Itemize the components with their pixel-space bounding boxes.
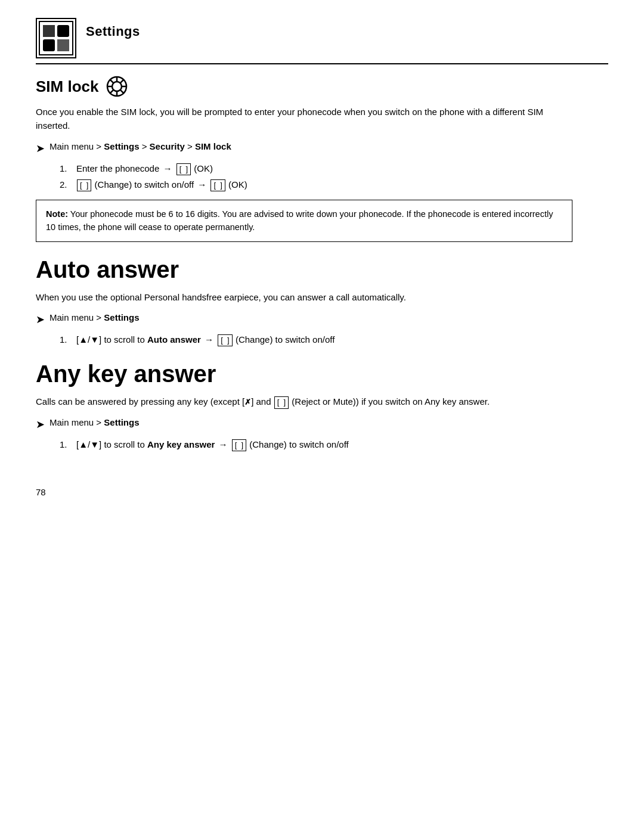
svg-line-12: [120, 90, 124, 94]
svg-line-11: [110, 79, 114, 83]
auto-answer-description: When you use the optional Personal hands…: [36, 290, 572, 304]
auto-answer-steps: 1. [▲/▼] to scroll to Auto answer → [ ] …: [60, 333, 608, 346]
settings-icon: [36, 18, 76, 58]
auto-answer-heading: Auto answer: [36, 256, 608, 283]
nav-arrow-icon: ➤: [36, 417, 45, 433]
sim-lock-step-2: 2. [ ] (Change) to switch on/off → [ ] (…: [60, 178, 608, 191]
any-key-answer-heading: Any key answer: [36, 361, 608, 387]
any-key-answer-steps: 1. [▲/▼] to scroll to Any key answer → […: [60, 438, 608, 451]
step-number: 1.: [60, 333, 70, 346]
any-key-answer-nav-text: Main menu > Settings: [49, 416, 139, 430]
svg-rect-3: [43, 39, 55, 51]
header-title: Settings: [86, 18, 140, 39]
page-footer: 78: [36, 487, 608, 497]
page-header: Settings: [36, 18, 608, 64]
svg-point-6: [112, 82, 122, 91]
any-key-answer-step-1: 1. [▲/▼] to scroll to Any key answer → […: [60, 438, 608, 451]
auto-answer-nav-text: Main menu > Settings: [49, 311, 139, 325]
auto-answer-step-1: 1. [▲/▼] to scroll to Auto answer → [ ] …: [60, 333, 608, 346]
svg-line-13: [120, 79, 124, 83]
svg-rect-4: [57, 39, 69, 51]
sim-lock-nav-text: Main menu > Settings > Security > SIM lo…: [49, 140, 231, 154]
note-label: Note:: [46, 209, 68, 219]
sim-lock-nav: ➤ Main menu > Settings > Security > SIM …: [36, 140, 608, 157]
page-number: 78: [36, 487, 46, 497]
auto-answer-nav: ➤ Main menu > Settings: [36, 311, 608, 328]
sim-lock-title-row: SIM lock: [36, 75, 608, 98]
svg-rect-1: [43, 25, 55, 37]
step-2-text: [ ] (Change) to switch on/off → [ ] (OK): [76, 178, 247, 191]
sim-lock-step-1: 1. Enter the phonecode → [ ] (OK): [60, 162, 608, 175]
auto-answer-step-1-text: [▲/▼] to scroll to Auto answer → [ ] (Ch…: [76, 333, 335, 346]
step-1-text: Enter the phonecode → [ ] (OK): [76, 162, 213, 175]
step-number: 1.: [60, 162, 70, 175]
note-box: Note: Your phonecode must be 6 to 16 dig…: [36, 200, 572, 242]
sim-lock-icon: [106, 75, 128, 98]
step-number: 1.: [60, 438, 70, 451]
any-key-answer-nav: ➤ Main menu > Settings: [36, 416, 608, 433]
svg-rect-2: [57, 25, 69, 37]
nav-arrow-icon: ➤: [36, 141, 45, 157]
step-number: 2.: [60, 178, 70, 191]
any-key-answer-step-1-text: [▲/▼] to scroll to Any key answer → [ ] …: [76, 438, 349, 451]
note-text: Your phonecode must be 6 to 16 digits. Y…: [46, 209, 553, 232]
nav-arrow-icon: ➤: [36, 312, 45, 328]
svg-line-14: [110, 90, 114, 94]
sim-lock-steps: 1. Enter the phonecode → [ ] (OK) 2. [ ]…: [60, 162, 608, 192]
any-key-answer-description: Calls can be answered by pressing any ke…: [36, 395, 572, 408]
sim-lock-heading: SIM lock: [36, 77, 98, 96]
sim-lock-description: Once you enable the SIM lock, you will b…: [36, 105, 572, 133]
